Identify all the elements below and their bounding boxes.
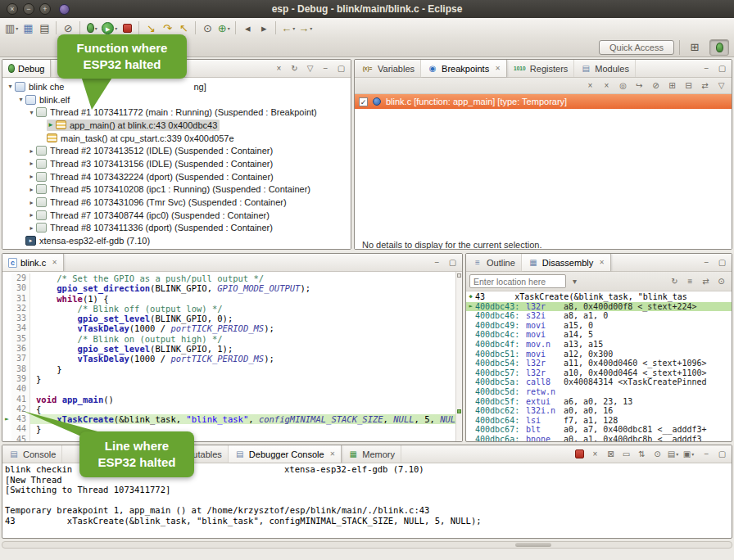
twisty-icon[interactable]: ▸ bbox=[27, 199, 36, 206]
current-line-marker[interactable] bbox=[457, 409, 461, 413]
clear-console-icon[interactable]: ▭ bbox=[619, 448, 633, 461]
tab-close-icon[interactable]: ✕ bbox=[52, 259, 57, 266]
maximize-icon[interactable]: ▢ bbox=[715, 448, 729, 461]
debug-tree-row[interactable]: ▸Thread #2 1073413512 (IDLE) (Suspended … bbox=[2, 144, 351, 157]
show-source-icon[interactable]: ≡ bbox=[683, 275, 697, 288]
sync-selection-icon[interactable]: ⇄ bbox=[699, 275, 713, 288]
maximize-icon[interactable]: ▢ bbox=[334, 62, 348, 75]
debug-tree-row[interactable]: ▸Thread #4 1073432224 (dport) (Suspended… bbox=[2, 170, 351, 183]
breakpoint-checkbox[interactable]: ✓ bbox=[359, 97, 368, 106]
location-input[interactable] bbox=[469, 274, 566, 288]
collapse-all-icon[interactable]: ⊟ bbox=[682, 79, 695, 93]
line-number[interactable]: 41 bbox=[11, 395, 30, 404]
debug-tree-row[interactable]: ▸Thread #5 1073410208 (ipc1 : Running) (… bbox=[2, 183, 351, 196]
remove-all-breakpoints-icon[interactable]: × bbox=[600, 79, 614, 93]
line-number[interactable]: 34 bbox=[11, 323, 30, 333]
show-supported-icon[interactable]: ◎ bbox=[616, 79, 630, 93]
skip-breakpoints-icon[interactable]: ⊘ bbox=[60, 20, 76, 36]
track-expression-icon[interactable]: ⊙ bbox=[714, 275, 728, 288]
disasm-line[interactable]: 400dbc64:lsif7, a1, 128 bbox=[466, 416, 732, 426]
save-icon[interactable]: ▦ bbox=[20, 20, 36, 36]
new-wizard-icon[interactable]: ▥▾ bbox=[3, 20, 20, 36]
debug-tree-row[interactable]: ▸xtensa-esp32-elf-gdb (7.10) bbox=[2, 234, 351, 247]
code-line[interactable]: 40 bbox=[2, 384, 455, 394]
terminate-console-icon[interactable] bbox=[573, 448, 587, 461]
tab-close-icon[interactable]: ✕ bbox=[330, 450, 336, 458]
tab-breakpoints[interactable]: ◉Breakpoints✕ bbox=[421, 60, 507, 77]
external-tools-icon[interactable]: ⊕▾ bbox=[215, 20, 232, 36]
line-number[interactable]: 31 bbox=[11, 294, 30, 304]
maximize-icon[interactable]: ▢ bbox=[446, 256, 460, 269]
skip-all-icon[interactable]: ⊘ bbox=[649, 79, 663, 93]
code-line[interactable]: 38 } bbox=[2, 364, 455, 374]
code-line[interactable]: ►43 xTaskCreate(&blink_task, "blink_task… bbox=[2, 414, 455, 424]
tab-console[interactable]: ▤Console bbox=[2, 445, 62, 463]
twisty-icon[interactable]: ▸ bbox=[27, 173, 36, 180]
disasm-line[interactable]: 400dbc6a:bnonea0, a1, 0x400dbc8b <__addd… bbox=[466, 435, 732, 441]
tab-disassembly[interactable]: ▦Disassembly✕ bbox=[522, 254, 611, 271]
tab-modules[interactable]: ▤Modules bbox=[574, 60, 636, 77]
debug-tree-row[interactable]: ▸Thread #7 1073408744 (ipc0) (Suspended … bbox=[2, 209, 351, 222]
tab-blink-c[interactable]: cblink.c✕ bbox=[2, 254, 64, 271]
code-line[interactable]: 44} bbox=[2, 424, 455, 434]
line-number[interactable]: 40 bbox=[11, 384, 30, 394]
display-console-icon[interactable]: ▤▾ bbox=[666, 448, 680, 461]
quick-access-button[interactable]: Quick Access bbox=[599, 40, 674, 55]
code-line[interactable]: 39} bbox=[2, 374, 455, 384]
line-number[interactable]: 42 bbox=[11, 404, 30, 414]
disasm-line[interactable]: 400dbc49:movia15, 0 bbox=[466, 321, 732, 331]
forward-icon[interactable]: →▾ bbox=[297, 20, 314, 36]
line-number[interactable]: 37 bbox=[11, 354, 30, 364]
debug-tree-row[interactable]: ▾blink.elf bbox=[2, 93, 351, 106]
terminate-icon[interactable] bbox=[119, 20, 135, 36]
minimize-icon[interactable]: − bbox=[700, 256, 714, 269]
disasm-line[interactable]: 400dbc46:s32ia8, a1, 0 bbox=[466, 311, 732, 321]
print-icon[interactable]: ▤ bbox=[36, 20, 52, 36]
code-line[interactable]: 35 /* Blink on (output high) */ bbox=[2, 334, 455, 344]
disasm-line[interactable]: 400dbc4f:mov.na13, a15 bbox=[466, 340, 732, 350]
debug-tree[interactable]: ▾blink cheng]▾blink.elf▾Thread #1 107341… bbox=[2, 78, 351, 249]
code-line[interactable]: 30 gpio_set_direction(BLINK_GPIO, GPIO_M… bbox=[2, 283, 455, 293]
editor-lines[interactable]: 29 /* Set the GPIO as a push/pull output… bbox=[2, 272, 455, 441]
tab-close-icon[interactable]: ✕ bbox=[599, 259, 605, 266]
expand-all-icon[interactable]: ⊞ bbox=[665, 79, 679, 93]
twisty-icon[interactable]: ▸ bbox=[27, 160, 36, 167]
code-line[interactable]: 42{ bbox=[2, 404, 455, 414]
disasm-line[interactable]: ►400dbc43:l32ra8, 0x400d00f8 <_stext+224… bbox=[466, 302, 732, 312]
maximize-icon[interactable]: ▢ bbox=[715, 256, 729, 269]
code-line[interactable]: 33 gpio_set_level(BLINK_GPIO, 0); bbox=[2, 314, 455, 323]
minimize-icon[interactable]: − bbox=[430, 256, 444, 269]
debug-tree-row[interactable]: ▾blink cheng] bbox=[2, 80, 351, 93]
twisty-icon[interactable]: ▸ bbox=[27, 224, 36, 232]
tab-registers[interactable]: 1010Registers bbox=[507, 60, 574, 77]
disasm-line[interactable]: 400dbc67:blta0, a7, 0x400dbc81 <__adddf3… bbox=[466, 425, 732, 435]
code-line[interactable]: 45 bbox=[2, 435, 455, 441]
twisty-icon[interactable]: ▾ bbox=[27, 109, 36, 116]
tab-debug[interactable]: Debug bbox=[2, 60, 51, 77]
step-over-icon[interactable]: ↷ bbox=[159, 20, 175, 36]
debug-tree-row[interactable]: main_task() at cpu_start.c:339 0x400d057… bbox=[2, 132, 351, 145]
prev-annotation-icon[interactable]: ◂ bbox=[239, 20, 256, 36]
location-dropdown-icon[interactable]: ▾ bbox=[568, 275, 582, 288]
debug-tree-row[interactable]: ►app_main() at blink.c:43 0x400dbc43 bbox=[2, 119, 351, 132]
remove-launch-icon[interactable]: × bbox=[588, 448, 602, 461]
open-console-icon[interactable]: ▣▾ bbox=[682, 448, 695, 461]
overview-ruler[interactable] bbox=[455, 272, 462, 441]
maximize-icon[interactable]: ▢ bbox=[715, 62, 729, 75]
disasm-line[interactable]: 400dbc62:l32i.na0, a0, 16 bbox=[466, 406, 732, 416]
code-line[interactable]: 36 gpio_set_level(BLINK_GPIO, 1); bbox=[2, 344, 455, 354]
twisty-icon[interactable]: ▸ bbox=[27, 186, 36, 193]
code-line[interactable]: 37 vTaskDelay(1000 / portTICK_PERIOD_MS)… bbox=[2, 354, 455, 364]
tab-debugger-console[interactable]: ▤Debugger Console✕ bbox=[229, 445, 342, 463]
twisty-icon[interactable]: ▸ bbox=[27, 147, 36, 155]
step-return-icon[interactable]: ↖ bbox=[175, 20, 192, 36]
code-line[interactable]: 41void app_main() bbox=[2, 395, 455, 404]
line-number[interactable]: 38 bbox=[11, 364, 30, 374]
debug-perspective-button[interactable] bbox=[709, 39, 729, 56]
disasm-source-line[interactable]: ◆43 xTaskCreate(&blink_task, "blink_tas bbox=[466, 292, 732, 302]
remove-terminated-icon[interactable]: × bbox=[272, 62, 286, 75]
debug-tree-row[interactable]: ▸Thread #8 1073411336 (dport) (Suspended… bbox=[2, 222, 351, 235]
link-with-debug-icon[interactable]: ⇄ bbox=[698, 79, 712, 93]
debug-tree-row[interactable]: ▾Thread #1 1073411772 (main : Running) (… bbox=[2, 106, 351, 119]
tab-close-icon[interactable]: ✕ bbox=[495, 65, 501, 72]
